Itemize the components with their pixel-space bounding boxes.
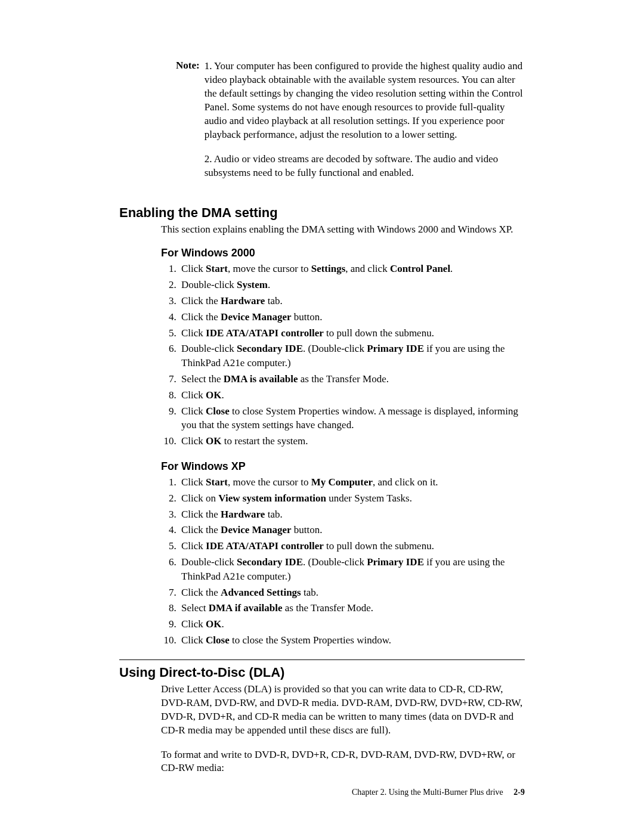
section-divider	[119, 659, 525, 660]
step-item: Click the Device Manager button.	[179, 310, 525, 324]
page-footer: Chapter 2. Using the Multi-Burner Plus d…	[352, 788, 525, 797]
step-item: Click OK.	[179, 388, 525, 402]
step-item: Click Start, move the cursor to Settings…	[179, 262, 525, 276]
step-item: Double-click Secondary IDE. (Double-clic…	[179, 555, 525, 584]
step-item: Click IDE ATA/ATAPI controller to pull d…	[179, 539, 525, 553]
step-item: Click the Device Manager button.	[179, 523, 525, 537]
step-item: Click Close to close the System Properti…	[179, 633, 525, 648]
step-item: Click OK.	[179, 617, 525, 631]
dla-para-1: Drive Letter Access (DLA) is provided so…	[161, 683, 525, 738]
steps-winxp: Click Start, move the cursor to My Compu…	[161, 475, 525, 648]
step-item: Double-click Secondary IDE. (Double-clic…	[179, 342, 525, 370]
step-item: Click the Advanced Settings tab.	[179, 586, 525, 600]
step-item: Select the DMA is available as the Trans…	[179, 372, 525, 386]
step-item: Click Close to close System Properties w…	[179, 404, 525, 433]
footer-chapter: Chapter 2. Using the Multi-Burner Plus d…	[352, 788, 503, 797]
subheading-win2000: For Windows 2000	[161, 247, 525, 259]
note-text: 1. Your computer has been configured to …	[205, 60, 525, 191]
section-intro-dma: This section explains enabling the DMA s…	[161, 223, 525, 237]
note-block: Note: 1. Your computer has been configur…	[176, 60, 525, 191]
note-para-1: 1. Your computer has been configured to …	[205, 60, 525, 142]
step-item: Click the Hardware tab.	[179, 294, 525, 308]
footer-page-number: 2-9	[513, 788, 525, 797]
note-para-2: 2. Audio or video streams are decoded by…	[205, 153, 525, 180]
step-item: Click the Hardware tab.	[179, 507, 525, 522]
step-item: Click Start, move the cursor to My Compu…	[179, 475, 525, 490]
step-item: Select DMA if available as the Transfer …	[179, 601, 525, 615]
step-item: Click OK to restart the system.	[179, 434, 525, 448]
heading-enabling-dma: Enabling the DMA setting	[119, 205, 525, 221]
step-item: Double-click System.	[179, 278, 525, 292]
subheading-winxp: For Windows XP	[161, 460, 525, 473]
step-item: Click on View system information under S…	[179, 491, 525, 506]
heading-dla: Using Direct-to-Disc (DLA)	[119, 665, 525, 680]
step-item: Click IDE ATA/ATAPI controller to pull d…	[179, 326, 525, 340]
note-label: Note:	[176, 60, 200, 191]
steps-win2000: Click Start, move the cursor to Settings…	[161, 262, 525, 448]
dla-para-2: To format and write to DVD-R, DVD+R, CD-…	[161, 748, 525, 776]
